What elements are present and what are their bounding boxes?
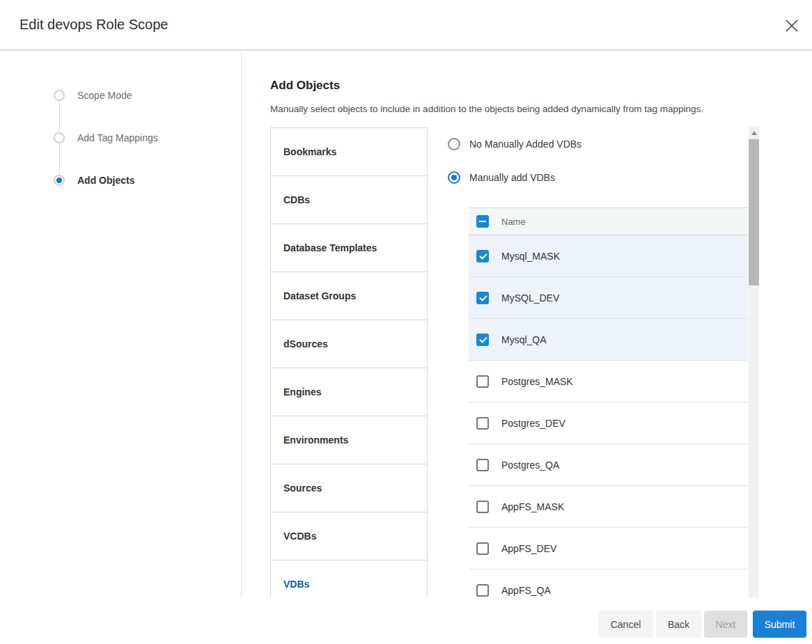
row-checkbox[interactable]	[476, 459, 489, 471]
row-name: Postgres_DEV	[501, 418, 565, 429]
row-name: Postgres_QA	[501, 460, 559, 471]
step-label: Add Objects	[77, 175, 134, 186]
row-checkbox[interactable]	[476, 542, 489, 555]
vdb-table: Name Mysql_MASK MySQL_DEV Mysql_QA Po	[469, 207, 748, 597]
stepper-step[interactable]: Add Objects	[54, 175, 158, 186]
row-name: Mysql_QA	[501, 334, 547, 345]
close-icon	[784, 25, 799, 36]
category-label: dSources	[283, 338, 328, 350]
page-title: Add Objects	[270, 79, 340, 93]
step-circle-icon	[54, 175, 65, 186]
table-row[interactable]: MySQL_DEV	[469, 277, 748, 319]
row-checkbox[interactable]	[476, 333, 489, 346]
radio-group: No Manually Added VDBs Manually add VDBs	[448, 137, 581, 184]
scroll-up-icon[interactable]	[751, 131, 757, 135]
radio-label: No Manually Added VDBs	[469, 139, 581, 150]
radio-icon	[448, 138, 460, 150]
step-circle-icon	[54, 132, 65, 143]
category-item[interactable]: Environments	[270, 416, 428, 464]
row-checkbox[interactable]	[476, 292, 489, 304]
stepper-step[interactable]: Scope Mode	[54, 90, 158, 101]
category-item[interactable]: dSources	[270, 320, 428, 368]
dialog-header: Edit devops Role Scope	[0, 0, 812, 51]
table-row[interactable]: Mysql_MASK	[469, 235, 748, 277]
back-button[interactable]: Back	[656, 611, 701, 638]
category-item[interactable]: Database Templates	[270, 223, 428, 272]
row-name: Postgres_MASK	[501, 376, 573, 387]
radio-icon	[448, 171, 460, 184]
vdb-table-body: Mysql_MASK MySQL_DEV Mysql_QA Postgres_M…	[469, 235, 748, 597]
category-label: Database Templates	[283, 242, 377, 253]
category-item[interactable]: CDBs	[270, 175, 428, 224]
step-circle-icon	[54, 90, 65, 101]
table-row[interactable]: Postgres_DEV	[469, 402, 748, 444]
table-row[interactable]: AppFS_MASK	[469, 486, 748, 528]
main-pane: Add Objects Manually select objects to i…	[242, 52, 812, 597]
category-label: Sources	[283, 482, 322, 494]
section-description: Manually select objects to include in ad…	[270, 104, 703, 114]
step-label: Scope Mode	[77, 90, 132, 101]
row-checkbox[interactable]	[476, 375, 489, 388]
category-item[interactable]: VDBs	[270, 560, 428, 597]
table-row[interactable]: AppFS_DEV	[469, 528, 748, 570]
category-item[interactable]: Engines	[270, 368, 428, 416]
table-row[interactable]: AppFS_QA	[469, 570, 748, 597]
dialog-body: Scope Mode Add Tag Mappings Add Objects …	[0, 52, 812, 597]
row-name: AppFS_DEV	[501, 543, 556, 554]
row-name: AppFS_QA	[501, 585, 551, 596]
stepper-pane: Scope Mode Add Tag Mappings Add Objects	[0, 52, 242, 597]
row-name: Mysql_MASK	[501, 251, 560, 262]
radio-option[interactable]: Manually add VDBs	[448, 171, 581, 184]
table-row[interactable]: Postgres_QA	[469, 444, 748, 486]
category-label: CDBs	[283, 194, 310, 205]
cancel-button[interactable]: Cancel	[598, 611, 653, 638]
category-item[interactable]: Dataset Groups	[270, 272, 428, 320]
category-label: VCDBs	[283, 531, 316, 542]
table-row[interactable]: Postgres_MASK	[469, 361, 748, 402]
category-label: Engines	[283, 386, 321, 398]
footer-actions: Cancel Back Next Submit	[598, 611, 806, 638]
name-column-header: Name	[501, 217, 526, 227]
row-checkbox[interactable]	[476, 250, 489, 262]
close-button[interactable]	[784, 18, 799, 33]
dialog-title: Edit devops Role Scope	[19, 17, 168, 33]
category-item[interactable]: Sources	[270, 464, 428, 512]
select-all-checkbox[interactable]	[476, 215, 489, 228]
category-label: Dataset Groups	[283, 290, 356, 301]
row-checkbox[interactable]	[476, 501, 489, 513]
radio-label: Manually add VDBs	[469, 172, 555, 183]
row-name: AppFS_MASK	[501, 501, 564, 512]
category-label: Bookmarks	[283, 146, 336, 157]
vdb-table-header: Name	[469, 207, 748, 235]
submit-button[interactable]: Submit	[753, 611, 806, 638]
category-list: Bookmarks CDBs Database Templates Datase…	[270, 127, 428, 597]
table-row[interactable]: Mysql_QA	[469, 319, 748, 361]
row-name: MySQL_DEV	[501, 292, 559, 304]
stepper-step[interactable]: Add Tag Mappings	[54, 132, 158, 143]
category-item[interactable]: VCDBs	[270, 512, 428, 560]
category-item[interactable]: Bookmarks	[270, 127, 428, 176]
row-checkbox[interactable]	[476, 584, 489, 597]
row-checkbox[interactable]	[476, 417, 489, 430]
next-button: Next	[704, 611, 747, 638]
scrollbar-track[interactable]	[749, 126, 759, 597]
step-label: Add Tag Mappings	[77, 132, 158, 143]
stepper: Scope Mode Add Tag Mappings Add Objects	[54, 90, 158, 186]
category-label: Environments	[283, 434, 348, 446]
category-label: VDBs	[283, 579, 309, 590]
scrollbar-thumb[interactable]	[749, 139, 759, 285]
radio-option[interactable]: No Manually Added VDBs	[448, 137, 581, 151]
